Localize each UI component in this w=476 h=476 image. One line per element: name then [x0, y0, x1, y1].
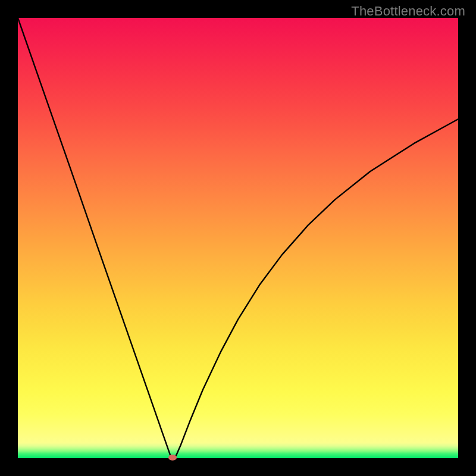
curve-svg	[18, 18, 458, 458]
minimum-marker	[168, 455, 177, 461]
chart-frame: TheBottleneck.com	[0, 0, 476, 476]
bottleneck-curve	[18, 18, 458, 458]
watermark-text: TheBottleneck.com	[351, 4, 465, 19]
plot-area	[18, 18, 458, 458]
